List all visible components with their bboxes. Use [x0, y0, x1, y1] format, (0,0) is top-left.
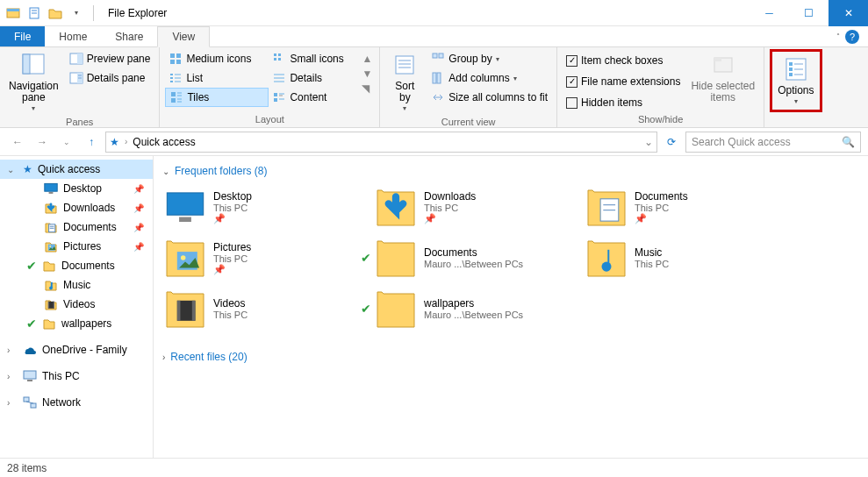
layout-more-icon[interactable]: ◥: [362, 82, 372, 95]
layout-scroll-up-icon[interactable]: ▲: [362, 53, 372, 65]
tab-view[interactable]: View: [157, 26, 210, 47]
hidden-items-toggle[interactable]: Hidden items: [563, 93, 684, 112]
svg-rect-71: [24, 397, 29, 402]
layout-medium-icons[interactable]: Medium icons: [165, 49, 269, 68]
pin-icon: 📌: [133, 184, 149, 194]
svg-rect-14: [176, 53, 181, 58]
nav-forward-button[interactable]: →: [32, 132, 53, 153]
close-button[interactable]: ✕: [829, 0, 868, 26]
search-input[interactable]: Search Quick access 🔍: [685, 132, 861, 153]
add-columns-button[interactable]: Add columns ▾: [427, 68, 551, 88]
tree-network[interactable]: › Network: [0, 393, 153, 412]
details-pane-button[interactable]: Details pane: [66, 68, 154, 88]
frequent-folders-header[interactable]: ⌄ Frequent folders (8): [162, 161, 859, 184]
folder-item[interactable]: MusicThis PC: [584, 235, 777, 281]
breadcrumb[interactable]: ★ › Quick access ⌄: [105, 132, 657, 153]
layout-scroll-down-icon[interactable]: ▼: [362, 68, 372, 80]
nav-up-button[interactable]: ↑: [81, 132, 102, 153]
layout-content[interactable]: Content: [269, 88, 356, 107]
quick-access-icon: ★: [110, 136, 119, 148]
onedrive-icon: [23, 343, 37, 357]
folder-icon: [42, 259, 56, 273]
pin-icon: 📌: [133, 242, 149, 252]
chevron-down-icon: ▾: [403, 105, 406, 113]
tab-file[interactable]: File: [0, 26, 45, 46]
svg-rect-19: [274, 58, 276, 61]
refresh-button[interactable]: ⟳: [661, 136, 682, 148]
tree-item[interactable]: ✔wallpapers: [0, 314, 153, 333]
folder-item[interactable]: VideosThis PC: [162, 286, 355, 331]
item-checkboxes-toggle[interactable]: Item check boxes: [563, 51, 684, 70]
desktop-icon: [44, 182, 58, 196]
pin-icon: 📌: [635, 213, 688, 224]
svg-rect-75: [179, 217, 191, 223]
folder-item[interactable]: DocumentsThis PC📌: [584, 184, 777, 230]
tree-item[interactable]: ✔Documents: [0, 256, 153, 275]
svg-rect-25: [170, 81, 173, 82]
tree-this-pc[interactable]: › This PC: [0, 367, 153, 386]
layout-details[interactable]: Details: [269, 68, 356, 88]
svg-rect-23: [170, 77, 173, 79]
maximize-button[interactable]: ☐: [789, 0, 829, 26]
folder-item[interactable]: DownloadsThis PC📌: [373, 184, 566, 230]
svg-rect-83: [177, 301, 181, 321]
folder-item[interactable]: ✔wallpapersMauro ...\Between PCs: [373, 286, 566, 331]
layout-list[interactable]: List: [165, 68, 269, 88]
expand-icon[interactable]: ›: [7, 345, 18, 355]
file-extensions-toggle[interactable]: File name extensions: [563, 72, 684, 91]
documents-icon: [585, 186, 628, 228]
sync-status-icon: ✔: [361, 302, 371, 316]
ribbon-group-currentview: Sort by ▾ Group by ▾ Add columns ▾ Size …: [380, 47, 557, 127]
layout-small-icons[interactable]: Small icons: [269, 49, 356, 68]
navigation-pane-button[interactable]: Navigation pane ▾: [5, 49, 62, 115]
tree-item[interactable]: Videos: [0, 295, 153, 314]
help-icon[interactable]: ?: [845, 30, 859, 44]
search-icon: 🔍: [842, 136, 855, 148]
folder-item[interactable]: ✔DocumentsMauro ...\Between PCs: [373, 235, 566, 281]
collapse-icon[interactable]: ⌄: [7, 165, 18, 174]
qat-properties-icon[interactable]: [26, 5, 42, 21]
tree-item[interactable]: Music: [0, 275, 153, 295]
svg-rect-47: [433, 73, 436, 83]
sort-by-button[interactable]: Sort by ▾: [385, 49, 424, 115]
expand-icon[interactable]: ›: [7, 372, 18, 381]
recent-files-header[interactable]: › Recent files (20): [162, 347, 859, 370]
expand-icon[interactable]: ›: [7, 398, 18, 408]
tab-home[interactable]: Home: [45, 26, 101, 46]
hide-selected-button[interactable]: Hide selected items: [687, 49, 758, 105]
group-by-button[interactable]: Group by ▾: [427, 49, 551, 68]
tree-item[interactable]: Pictures📌: [0, 237, 153, 256]
pin-icon: 📌: [424, 213, 476, 224]
svg-rect-18: [278, 53, 281, 56]
tree-item[interactable]: Documents📌: [0, 217, 153, 237]
size-columns-button[interactable]: Size all columns to fit: [427, 88, 551, 107]
tree-quick-access[interactable]: ⌄ ★ Quick access: [0, 160, 153, 179]
layout-tiles[interactable]: Tiles: [165, 88, 269, 107]
chevron-down-icon: ▾: [32, 105, 35, 113]
nav-back-button[interactable]: ←: [7, 132, 28, 153]
downloads-icon: [375, 186, 417, 228]
pin-icon: 📌: [213, 264, 251, 275]
breadcrumb-dropdown-icon[interactable]: ⌄: [644, 136, 653, 148]
nav-recent-button[interactable]: ⌄: [56, 132, 77, 153]
address-bar: ← → ⌄ ↑ ★ › Quick access ⌄ ⟳ Search Quic…: [0, 128, 868, 156]
pictures-icon: [164, 237, 206, 279]
star-icon: ★: [23, 163, 32, 175]
svg-rect-36: [274, 93, 277, 96]
ribbon-minimize-icon[interactable]: ˄: [836, 32, 840, 40]
qat-newfolder-icon[interactable]: [47, 5, 63, 21]
folder-item[interactable]: DesktopThis PC📌: [162, 184, 355, 230]
ribbon-group-layout: Medium icons Small icons List Details Ti…: [160, 47, 380, 127]
options-button[interactable]: Options ▾: [774, 53, 817, 108]
minimize-button[interactable]: ─: [750, 0, 789, 26]
svg-rect-45: [433, 53, 437, 58]
tab-share[interactable]: Share: [101, 26, 157, 46]
qat-customize-icon[interactable]: ▾: [68, 5, 84, 21]
tree-item[interactable]: Desktop📌: [0, 179, 153, 198]
checkbox-icon: [566, 97, 577, 109]
tree-onedrive[interactable]: › OneDrive - Family: [0, 340, 153, 360]
videos-icon: [164, 288, 206, 330]
folder-item[interactable]: PicturesThis PC📌: [162, 235, 355, 281]
tree-item[interactable]: Downloads📌: [0, 198, 153, 217]
preview-pane-button[interactable]: Preview pane: [66, 49, 154, 68]
